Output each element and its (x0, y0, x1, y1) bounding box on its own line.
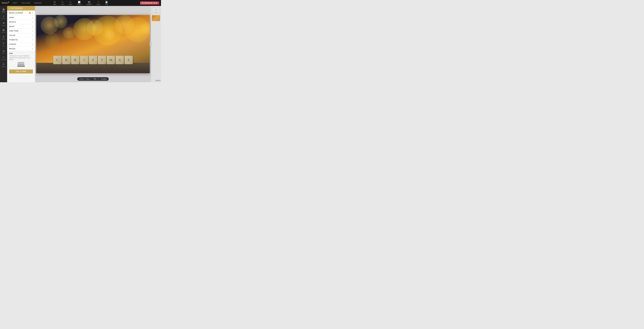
tool-save[interactable]: 💾 Save (104, 1, 109, 5)
fine-tune-label: FINE-TUNE (9, 30, 18, 32)
sidebar-item-frames-label: Frames (2, 32, 6, 33)
tile-h: H 2 (62, 56, 70, 64)
vignette-label: VIGNETTE (9, 39, 18, 41)
bookmark-icon: 🔖 (29, 12, 31, 14)
panel-item-curves: CURVES ▾ (7, 42, 35, 47)
tile-number: 1 (131, 62, 132, 64)
hdr-desc: Allowing you to capture highlights, shad… (9, 55, 33, 61)
import-label: Import (154, 12, 158, 13)
tile-letter: C (56, 58, 58, 62)
magic-clipper-header[interactable]: MAGIC CLIPPER 🔖 ▾ (7, 11, 35, 15)
vignette-header[interactable]: VIGNETTE ▾ (7, 38, 35, 42)
tile-number: 1 (78, 62, 78, 64)
try-it-now-button[interactable]: TRY IT NOW (9, 70, 33, 74)
tool-undo[interactable]: ↩ Undo (60, 1, 65, 5)
tool-snapshot[interactable]: 📷 Snapshot (85, 1, 93, 5)
panel-item-basic-adjust: BASIC ▾ (7, 24, 35, 29)
tile-letter: R (74, 58, 76, 62)
tool-redo-label: Redo (69, 4, 72, 5)
tool-open[interactable]: ☰ Open (52, 1, 57, 5)
topbar-tools: ☰ Open ↩ Undo ↪ Redo ⬜ Original 📷 Snapsh… (52, 1, 109, 5)
upgrade-button[interactable]: 💎 UPGRADE NOW (140, 2, 159, 5)
undo-icon: ↩ (62, 1, 64, 3)
tile-a: A 1 (116, 56, 124, 64)
snapshot-icon: 📷 (88, 1, 90, 3)
compare-button[interactable]: Compare (100, 78, 107, 80)
panel: 1-TAP ENHANCE MAGIC CLIPPER 🔖 ▾ CROP ▾ R… (7, 6, 35, 82)
color-header[interactable]: COLOR ▾ (7, 33, 35, 38)
tool-snapshot-label: Snapshot (86, 4, 92, 5)
sidebar-item-effect-label: Effect (2, 18, 5, 19)
panel-item-color: COLOR ▾ (7, 33, 35, 38)
basic-header[interactable]: BASIC ▾ (7, 24, 35, 29)
panel-item-fine-tune: FINE-TUNE ▾ (7, 29, 35, 33)
curves-header[interactable]: CURVES ▾ (7, 42, 35, 47)
sidebar-item-old-fotor[interactable]: ⊙ Old Fotor (0, 55, 7, 61)
tile-number: 2 (69, 62, 69, 64)
sidebar-item-frames[interactable]: ▣ Frames (0, 28, 7, 34)
thumbnail[interactable] (152, 15, 160, 21)
tile-number: 1 (86, 62, 87, 64)
settings-icon: ⚙ (2, 63, 4, 66)
tool-undo-label: Undo (61, 4, 64, 5)
tool-share[interactable]: ⤴ Share (96, 1, 101, 5)
plus-icon: + (155, 8, 157, 12)
crop-label: CROP (9, 17, 14, 19)
tool-original[interactable]: ⬜ Original (76, 1, 82, 5)
tiles-row: C 3 H 2 R 1 I 1 S 1 (53, 56, 133, 64)
panel-item-vignette: VIGNETTE ▾ (7, 38, 35, 42)
chevron-down-icon: ▾ (32, 44, 33, 45)
sidebar-item-text[interactable]: T Text (0, 41, 7, 48)
clear-all-button[interactable]: Clear All (155, 80, 160, 81)
fine-tune-header[interactable]: FINE-TUNE ▾ (7, 29, 35, 33)
logo-dot: ® (8, 2, 9, 3)
sidebar-item-basic[interactable]: ⊞ Basic (0, 7, 7, 13)
nav-edit[interactable]: EDIT (12, 2, 18, 5)
nav-design[interactable]: DESIGN (34, 2, 42, 5)
nav-collage[interactable]: COLLAGE (21, 2, 31, 5)
color-label: COLOR (9, 35, 15, 36)
tool-redo[interactable]: ↪ Redo (68, 1, 73, 5)
resize-header[interactable]: RESIZE ▾ (7, 47, 35, 51)
sidebar-item-beauty[interactable]: ❁ Beauty (0, 21, 7, 27)
text-icon: T (3, 42, 4, 45)
tool-original-label: Original (77, 4, 82, 5)
chevron-down-icon: ▾ (32, 12, 33, 14)
panel-item-rotate: ROTATE ▾ (7, 20, 35, 24)
tile-letter: M (109, 58, 112, 62)
hdr-stack-icon (17, 62, 25, 68)
sidebar-item-sticker-label: Sticker (2, 39, 5, 40)
sidebar-item-beauty-label: Beauty (2, 25, 6, 26)
icon-sidebar: ⊞ Basic ✦ Effect ❁ Beauty ▣ Frames ★ Sti… (0, 6, 7, 82)
sidebar-item-cloud[interactable]: ☁ Cloud (0, 48, 7, 55)
panel-item-magic-clipper: MAGIC CLIPPER 🔖 ▾ (7, 11, 35, 16)
chevron-down-icon: ▾ (32, 21, 33, 23)
original-icon: ⬜ (78, 1, 80, 3)
zoom-in-button[interactable]: + (98, 78, 99, 80)
import-box[interactable]: + Import (152, 7, 160, 14)
sidebar-item-sticker[interactable]: ★ Sticker (0, 35, 7, 41)
hdr-section: HDR Allowing you to capture highlights, … (7, 51, 35, 75)
one-tap-enhance-button[interactable]: 1-TAP ENHANCE (7, 6, 35, 11)
effect-icon: ✦ (3, 15, 4, 18)
sidebar-item-text-label: Text (2, 46, 5, 47)
resize-label: RESIZE (9, 48, 16, 50)
tile-m: M 3 (107, 56, 115, 64)
tile-number: 1 (122, 62, 123, 64)
rotate-label: ROTATE (9, 21, 16, 23)
rotate-header[interactable]: ROTATE ▾ (7, 20, 35, 24)
tool-share-label: Share (96, 4, 100, 5)
right-sidebar: + Import › Clear All (151, 6, 161, 82)
main-layout: ⊞ Basic ✦ Effect ❁ Beauty ▣ Frames ★ Sti… (0, 6, 161, 82)
tile-letter: A (118, 58, 121, 62)
sidebar-item-settings[interactable]: ⚙ Settings (0, 62, 7, 68)
sidebar-item-effect[interactable]: ✦ Effect (0, 14, 7, 20)
tile-c: C 3 (53, 56, 62, 64)
zoom-out-button[interactable]: − (91, 78, 92, 80)
sidebar-item-cloud-label: Cloud (2, 52, 5, 54)
crop-header[interactable]: CROP ▾ (7, 16, 35, 20)
tile-number: 3 (113, 62, 114, 64)
tile-s2: S 1 (124, 56, 133, 64)
old-fotor-icon: ⊙ (3, 56, 4, 59)
sidebar-collapse-button[interactable]: › (150, 42, 152, 46)
